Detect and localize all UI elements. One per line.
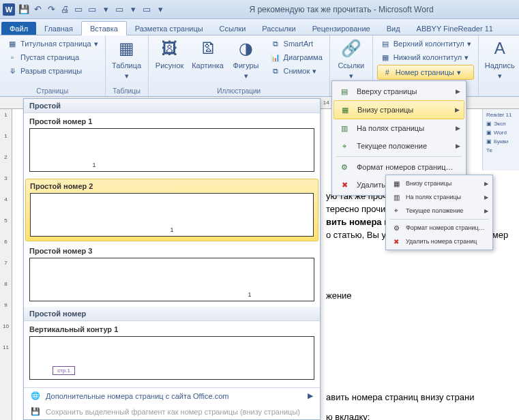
more-from-office[interactable]: 🌐Дополнительные номера страниц с сайта O… xyxy=(24,388,320,404)
thumbnail: стр.1 xyxy=(29,336,314,380)
gallery-item-1[interactable]: Простой номер 1 1 xyxy=(24,113,320,177)
format-icon: ⚙ xyxy=(338,162,351,172)
delete-icon: ✖ xyxy=(338,179,351,190)
tab-insert[interactable]: Вставка xyxy=(81,21,127,35)
gallery-item-4[interactable]: Вертикальный контур 1 стр.1 xyxy=(24,321,320,385)
delete-icon: ✖ xyxy=(391,237,402,246)
vertical-ruler: 11234567891011 xyxy=(0,109,12,420)
gallery-footer: 🌐Дополнительные номера страниц с сайта O… xyxy=(24,387,320,419)
header-icon: ▤ xyxy=(380,38,391,49)
page-number-button[interactable]: #Номер страницы ▾ xyxy=(377,65,474,80)
blank-page-button[interactable]: ▫Пустая страница xyxy=(4,51,101,63)
break-icon: ⤋ xyxy=(7,65,18,76)
tab-abbyy[interactable]: ABBYY FineReader 11 xyxy=(409,22,501,35)
submenu-bottom[interactable]: ▦Внизу страницы▶ xyxy=(387,177,491,190)
menu-top-of-page[interactable]: ▤Вверху страницы▶ xyxy=(333,82,464,100)
tab-file[interactable]: Файл xyxy=(1,22,36,35)
picture-button[interactable]: 🖼Рисунок xyxy=(153,38,187,70)
gallery-item-3[interactable]: Простой номер 3 1 xyxy=(24,243,320,307)
save-icon[interactable]: 💾 xyxy=(18,3,30,16)
qat-icon2[interactable]: ▭ xyxy=(140,3,153,16)
group-label: Страницы xyxy=(4,86,101,95)
print-icon[interactable]: 🖨 xyxy=(59,3,71,16)
group-pages: ▦Титульная страница ▾ ▫Пустая страница ⤋… xyxy=(0,35,106,96)
clip-icon: 🖻 xyxy=(197,38,219,59)
group-text: AНадпись ▾ ▣Экспресс-бло 𝐀WordArt ▾ A≣Бу… xyxy=(479,35,519,96)
undo-icon[interactable]: ↶ xyxy=(31,3,44,16)
table-button[interactable]: ▦Таблица ▾ xyxy=(110,38,144,80)
tab-review[interactable]: Рецензирование xyxy=(304,22,379,35)
footer-button[interactable]: ▦Нижний колонтитул ▾ xyxy=(377,51,474,63)
submenu-margins[interactable]: ▥На полях страницы▶ xyxy=(387,190,491,204)
menu-current-position[interactable]: ⌖Текущее положение▶ xyxy=(333,137,464,155)
group-illustrations: 🖼Рисунок 🖻Картинка ◑Фигуры ▾ ⧉SmartArt 📊… xyxy=(149,35,330,96)
menu-format-numbers[interactable]: ⚙Формат номеров страниц… xyxy=(333,158,464,176)
current-pos-icon: ⌖ xyxy=(391,206,402,215)
save-icon: 💾 xyxy=(31,407,40,416)
open-icon[interactable]: ▭ xyxy=(86,3,98,16)
qat-icon[interactable]: ▭ xyxy=(113,3,125,16)
clipart-button[interactable]: 🖻Картинка xyxy=(191,38,225,70)
tab-mail[interactable]: Рассылки xyxy=(254,22,303,35)
redo-icon[interactable]: ↷ xyxy=(45,3,57,16)
submenu-arrow-icon: ▶ xyxy=(456,88,460,95)
tab-layout[interactable]: Разметка страницы xyxy=(127,22,211,35)
page-margin-icon: ▥ xyxy=(391,192,402,202)
qat-dd2-icon[interactable]: ▾ xyxy=(127,3,139,16)
title-page-button[interactable]: ▦Титульная страница ▾ xyxy=(4,38,101,50)
current-pos-icon: ⌖ xyxy=(338,140,351,151)
sp-item[interactable]: ▣Букви xyxy=(484,137,518,146)
menu-page-margins[interactable]: ▥На полях страницы▶ xyxy=(333,119,464,137)
footer-icon: ▦ xyxy=(380,52,391,63)
textbox-icon: A xyxy=(489,38,511,59)
page-icon: ▫ xyxy=(7,52,18,63)
submenu-current[interactable]: ⌖Текущее положение▶ xyxy=(387,204,491,217)
gallery-item-2[interactable]: Простой номер 2 1 xyxy=(25,179,318,241)
table-icon: ▦ xyxy=(116,38,138,59)
new-icon[interactable]: ▭ xyxy=(72,3,85,16)
chart-button[interactable]: 📊Диаграмма xyxy=(267,51,325,63)
page-margin-icon: ▥ xyxy=(338,123,351,134)
sp-item[interactable]: ▣Эксп xyxy=(484,119,518,128)
submenu-arrow-icon: ▶ xyxy=(455,106,460,113)
header-button[interactable]: ▤Верхний колонтитул ▾ xyxy=(377,38,474,50)
links-button[interactable]: 🔗Ссылки ▾ xyxy=(334,38,368,80)
quick-access-toolbar: 💾 ↶ ↷ 🖨 ▭ ▭ ▾ ▭ ▾ ▭ ▾ xyxy=(18,3,166,16)
group-tables: ▦Таблица ▾ Таблицы xyxy=(106,35,149,96)
tab-home[interactable]: Главная xyxy=(36,22,81,35)
submenu-delete[interactable]: ✖Удалить номера страниц xyxy=(387,235,491,248)
smartart-button[interactable]: ⧉SmartArt xyxy=(267,38,325,50)
separator xyxy=(389,219,489,220)
shapes-button[interactable]: ◑Фигуры ▾ xyxy=(229,38,263,80)
word-icon: W xyxy=(3,3,15,16)
submenu-format[interactable]: ⚙Формат номеров страниц… xyxy=(387,221,491,235)
page-number-submenu: ▦Внизу страницы▶ ▥На полях страницы▶ ⌖Те… xyxy=(385,175,493,250)
link-icon: 🔗 xyxy=(340,38,362,59)
page-break-button[interactable]: ⤋Разрыв страницы xyxy=(4,65,101,77)
tab-refs[interactable]: Ссылки xyxy=(211,22,254,35)
ribbon-tabs: Файл Главная Вставка Разметка страницы С… xyxy=(0,19,519,35)
tab-view[interactable]: Вид xyxy=(379,22,409,35)
submenu-arrow-icon: ▶ xyxy=(308,391,313,400)
sp-item: Те xyxy=(484,146,518,155)
save-selection: 💾Сохранить выделенный фрагмент как номер… xyxy=(24,404,320,419)
office-icon: 🌐 xyxy=(31,391,40,400)
side-task-pane: Reader 11 ▣Эксп ▣Word ▣Букви Те xyxy=(482,109,519,170)
page-number-gallery: Простой Простой номер 1 1 Простой номер … xyxy=(23,98,321,420)
textbox-button[interactable]: AНадпись ▾ xyxy=(483,38,517,80)
page-bottom-icon: ▦ xyxy=(391,179,402,188)
sp-header: Reader 11 xyxy=(484,110,518,119)
sp-item[interactable]: ▣Word xyxy=(484,128,518,137)
qat-dd-icon[interactable]: ▾ xyxy=(100,3,112,16)
thumbnail: 1 xyxy=(29,128,314,172)
qat-dd3-icon[interactable]: ▾ xyxy=(154,3,166,16)
menu-bottom-of-page[interactable]: ▦Внизу страницы▶ xyxy=(333,100,464,119)
submenu-arrow-icon: ▶ xyxy=(456,125,460,132)
page-icon: ▦ xyxy=(7,38,18,49)
titlebar: W 💾 ↶ ↷ 🖨 ▭ ▭ ▾ ▭ ▾ ▭ ▾ Я рекомендую так… xyxy=(0,0,519,19)
screenshot-button[interactable]: ⧉Снимок ▾ xyxy=(267,65,325,77)
group-label: Текст xyxy=(483,86,519,95)
page-number-icon: # xyxy=(382,67,393,78)
smartart-icon: ⧉ xyxy=(270,38,281,49)
format-icon: ⚙ xyxy=(391,223,402,232)
